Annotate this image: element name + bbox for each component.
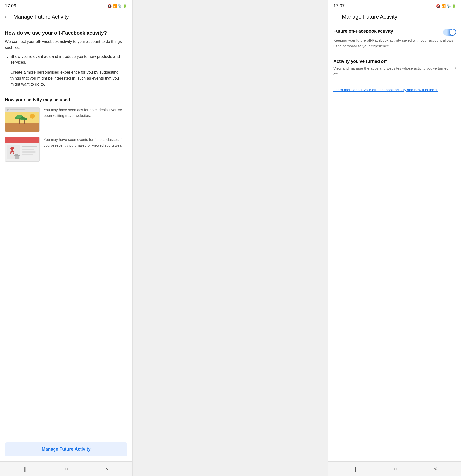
svg-point-18 <box>10 147 14 150</box>
nav-home-right[interactable]: ○ <box>394 466 397 472</box>
chevron-right-icon: › <box>454 65 456 71</box>
svg-rect-28 <box>22 151 36 153</box>
future-activity-row: Future off-Facebook activity Keeping you… <box>328 24 461 54</box>
svg-rect-23 <box>15 155 19 159</box>
svg-point-2 <box>7 109 9 111</box>
section1-title: How do we use your off-Facebook activity… <box>5 30 127 36</box>
status-time-left: 17:06 <box>5 3 16 9</box>
travel-card-image <box>5 107 40 132</box>
activity-off-row[interactable]: Activity you've turned off View and mana… <box>328 54 461 82</box>
content-right: Future off-Facebook activity Keeping you… <box>328 24 461 461</box>
activity-card-travel: You may have seen ads for hotel deals if… <box>5 107 127 132</box>
header-title-left: Manage Future Activity <box>13 14 69 20</box>
toggle-thumb <box>450 29 456 35</box>
nav-bar-right: ||| ○ < <box>328 461 461 476</box>
nav-lines-right[interactable]: ||| <box>352 466 356 472</box>
signal-icon-right: 📡 <box>447 4 451 8</box>
status-bar-right: 17:07 🔇 📶 📡 🔋 <box>328 0 461 11</box>
nav-home-left[interactable]: ○ <box>65 466 68 472</box>
bullet-item-1: Show you relevant ads and introduce you … <box>7 54 127 65</box>
activity-off-desc: View and manage the apps and websites wh… <box>333 66 454 77</box>
section2-title: How your activity may be used <box>5 97 127 103</box>
back-button-left[interactable]: ← <box>4 14 9 20</box>
status-icons-right: 🔇 📶 📡 🔋 <box>436 4 456 8</box>
future-activity-desc: Keeping your future off-Facebook activit… <box>333 38 456 49</box>
learn-more-link[interactable]: Learn more about your off-Facebook activ… <box>328 82 461 98</box>
mute-icon: 🔇 <box>108 4 112 8</box>
svg-rect-27 <box>22 149 34 150</box>
nav-bar-left: ||| ○ < <box>0 461 132 476</box>
bullet-item-2: Create a more personalised experience fo… <box>7 69 127 87</box>
setting-row-header: Future off-Facebook activity <box>333 29 456 36</box>
activity-off-content: Activity you've turned off View and mana… <box>333 59 454 77</box>
nav-back-right[interactable]: < <box>434 466 437 472</box>
divider-1 <box>5 92 127 92</box>
wifi-icon-right: 📶 <box>441 4 446 8</box>
header-title-right: Manage Future Activity <box>342 14 397 20</box>
back-button-right[interactable]: ← <box>332 14 338 20</box>
right-phone-screen: 17:07 🔇 📶 📡 🔋 ← Manage Future Activity F… <box>328 0 461 476</box>
status-icons-left: 🔇 📶 📡 🔋 <box>108 4 127 8</box>
svg-rect-5 <box>5 123 40 132</box>
fitness-card-image <box>5 137 40 162</box>
battery-icon: 🔋 <box>123 4 127 8</box>
svg-rect-29 <box>22 154 33 155</box>
activity-cards: You may have seen ads for hotel deals if… <box>5 107 127 162</box>
left-phone-screen: 17:06 🔇 📶 📡 🔋 ← Manage Future Activity H… <box>0 0 133 476</box>
activity-off-title: Activity you've turned off <box>333 59 454 64</box>
status-time-right: 17:07 <box>333 3 345 9</box>
future-activity-title: Future off-Facebook activity <box>333 29 443 34</box>
travel-card-text: You may have seen ads for hotel deals if… <box>44 107 127 118</box>
nav-back-left[interactable]: < <box>106 466 109 472</box>
signal-icon: 📡 <box>118 4 122 8</box>
battery-icon-right: 🔋 <box>452 4 456 8</box>
svg-rect-3 <box>10 109 25 110</box>
status-bar-left: 17:06 🔇 📶 📡 🔋 <box>0 0 132 11</box>
bullet-list: Show you relevant ads and introduce you … <box>7 54 127 87</box>
activity-card-fitness: You may have seen events for fitness cla… <box>5 137 127 162</box>
header-right: ← Manage Future Activity <box>328 11 461 24</box>
svg-rect-25 <box>15 154 18 155</box>
svg-point-6 <box>30 114 35 119</box>
content-left: How do we use your off-Facebook activity… <box>0 24 132 437</box>
svg-rect-26 <box>22 146 37 147</box>
wifi-icon: 📶 <box>113 4 117 8</box>
future-activity-toggle[interactable] <box>443 29 456 36</box>
section1-body: We connect your off-Facebook activity to… <box>5 39 127 51</box>
header-left: ← Manage Future Activity <box>0 11 132 24</box>
mute-icon-right: 🔇 <box>436 4 440 8</box>
toggle-track <box>443 29 456 36</box>
fitness-card-text: You may have seen events for fitness cla… <box>44 137 127 148</box>
nav-lines-left[interactable]: ||| <box>24 466 28 472</box>
manage-future-activity-button[interactable]: Manage Future Activity <box>5 442 127 456</box>
bottom-section-left: Manage Future Activity <box>0 437 132 461</box>
svg-rect-15 <box>5 137 40 143</box>
